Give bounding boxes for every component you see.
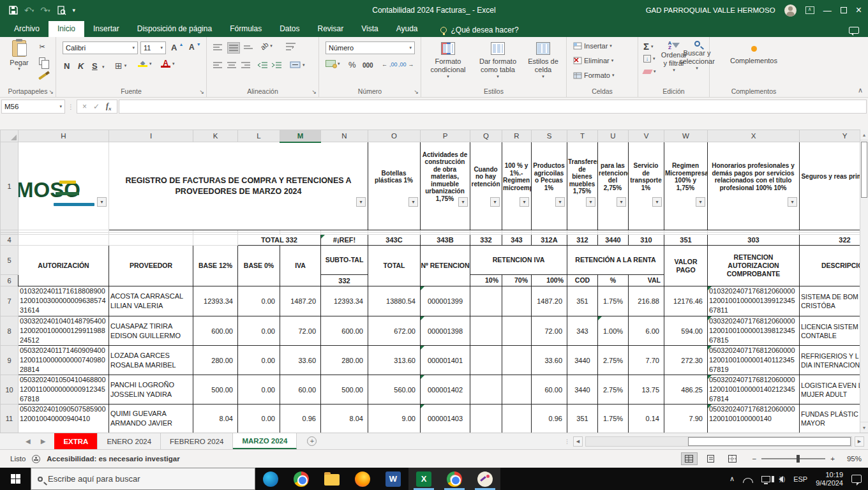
cell-S9[interactable]: 33.60 — [532, 346, 567, 375]
alignment-dialog-launcher[interactable]: ↘ — [311, 89, 317, 95]
row-header-4[interactable]: 4 — [1, 235, 19, 246]
cell-U11[interactable]: 1.75% — [598, 405, 629, 433]
scroll-right-icon[interactable]: ▶ — [855, 436, 864, 447]
row-header-1[interactable]: 1 — [1, 142, 19, 230]
cell-N10[interactable]: 500.00 — [321, 375, 368, 405]
cell-R1[interactable]: 100 % y 1%.- Regimen microempresa▾ — [502, 142, 532, 230]
paste-button[interactable]: Pegar ▾ — [5, 40, 33, 71]
scrollbar-divider[interactable]: ⋮ — [564, 438, 571, 445]
cell-O8[interactable]: 672.00 — [368, 316, 421, 346]
firefox-icon[interactable] — [347, 468, 378, 490]
filter-button-T[interactable]: ▾ — [586, 197, 595, 207]
row-header-11[interactable]: 11 — [1, 405, 19, 433]
cell-Q1[interactable]: Cuando no hay retención▾ — [470, 142, 502, 230]
column-header-H[interactable]: H — [19, 130, 109, 142]
normal-view-button[interactable] — [681, 452, 698, 465]
cell-X11[interactable]: 05032024071768120600001200100100000140 — [708, 405, 800, 433]
cell-O1[interactable]: Botellas plásticas 1%▾ — [368, 142, 421, 230]
cell-T9[interactable]: 3440 — [567, 346, 598, 375]
find-select-button[interactable]: Buscar y seleccionar ▾ — [685, 41, 708, 71]
orientation-button[interactable]: ab▾ — [260, 42, 273, 50]
percent-style-button[interactable]: % — [348, 60, 356, 70]
cell-L7[interactable]: 0.00 — [238, 286, 280, 316]
edge-icon[interactable] — [255, 468, 286, 490]
sheet-nav-left-icon[interactable]: ◀ — [26, 438, 31, 445]
cell-O7[interactable]: 13880.54 — [368, 286, 421, 316]
header-retencion-renta[interactable]: RETENCIÓN A LA RENTA — [567, 246, 664, 275]
align-middle-button[interactable] — [227, 42, 240, 54]
align-bottom-button[interactable] — [244, 43, 253, 51]
column-header-R[interactable]: R — [502, 130, 532, 142]
cell-R8[interactable] — [502, 316, 532, 346]
start-button[interactable] — [0, 468, 31, 490]
cell-I9[interactable]: LOZADA GARCES ROSALBA MARIBEL — [109, 346, 193, 375]
cell-L11[interactable]: 0.00 — [238, 405, 280, 433]
header-nretencion[interactable]: Nº RETENCION — [421, 246, 470, 286]
filter-button-X[interactable]: ▾ — [788, 197, 797, 207]
scroll-left-icon[interactable]: ◀ — [573, 436, 583, 447]
increase-indent-button[interactable] — [272, 61, 281, 69]
cell-Q11[interactable] — [470, 405, 502, 433]
delete-cells-button[interactable]: Eliminar▾ — [573, 57, 613, 64]
cell-O11[interactable]: 9.00 — [368, 405, 421, 433]
filter-button-Q[interactable]: ▾ — [490, 197, 500, 207]
horizontal-scrollbar[interactable] — [585, 436, 852, 447]
decrease-font-button[interactable]: A▼ — [189, 43, 201, 52]
format-cells-button[interactable]: Formato▾ — [573, 71, 614, 79]
onedrive-icon[interactable] — [743, 478, 753, 483]
align-left-button[interactable] — [213, 61, 222, 69]
cell-M8[interactable]: 72.00 — [280, 316, 321, 346]
column-header-O[interactable]: O — [368, 130, 421, 142]
select-all-corner[interactable] — [1, 130, 19, 142]
cell-W8[interactable]: 594.00 — [664, 316, 708, 346]
clear-button[interactable]: ▾ — [643, 69, 656, 74]
horizontal-scroll-thumb[interactable] — [688, 437, 851, 446]
cell-Y9[interactable]: REFRIGERIOS Y L EVENTO DIA INTERNACIONAL — [800, 346, 868, 375]
cell-total-332[interactable]: TOTAL 332 — [238, 235, 321, 246]
insert-function-icon[interactable]: fx — [106, 101, 112, 112]
account-name[interactable]: GAD PARROQUIAL VALLE HERMOSO — [646, 6, 775, 14]
cell-O10[interactable]: 560.00 — [368, 375, 421, 405]
cell-styles-button[interactable]: Estilos de celda ▾ — [523, 42, 563, 79]
cell-U7[interactable]: 1.75% — [598, 286, 629, 316]
network-icon[interactable] — [761, 476, 770, 482]
vertical-scroll-thumb[interactable] — [861, 142, 867, 198]
cell-Q10[interactable] — [470, 375, 502, 405]
font-size-select[interactable]: 11▾ — [140, 41, 166, 54]
ribbon-tab-archivo[interactable]: Archivo — [5, 21, 49, 37]
cell-R4[interactable]: 343 — [502, 235, 532, 246]
cell-Q4[interactable]: 332 — [470, 235, 502, 246]
cell-Q8[interactable] — [470, 316, 502, 346]
language-indicator[interactable]: ESP — [793, 475, 807, 483]
cell-W4[interactable]: 351 — [664, 235, 708, 246]
align-right-button[interactable] — [241, 61, 250, 69]
vertical-scrollbar[interactable]: ▲ ▼ — [860, 130, 868, 433]
row-header-10[interactable]: 10 — [1, 375, 19, 405]
cell-U4[interactable]: 3440 — [598, 235, 629, 246]
cell-Q9[interactable] — [470, 346, 502, 375]
align-center-button[interactable] — [227, 61, 236, 69]
header-autorizacion[interactable]: AUTORIZACIÓN — [19, 246, 109, 286]
new-sheet-button[interactable]: + — [307, 433, 317, 449]
zoom-in-button[interactable]: + — [830, 455, 835, 463]
cut-button[interactable]: ✂ — [36, 41, 49, 53]
header-iva10[interactable]: 10% — [470, 275, 502, 286]
number-format-select[interactable]: Número▾ — [326, 41, 415, 54]
wrap-text-button[interactable] — [286, 42, 296, 50]
cell-R9[interactable] — [502, 346, 532, 375]
conditional-formatting-button[interactable]: Formato condicional ▾ — [425, 42, 471, 79]
ribbon-tab-disposici-n-de-p-gina[interactable]: Disposición de página — [128, 21, 221, 37]
cell-H11[interactable]: 0503202401090507585900120010040000940410 — [19, 405, 109, 433]
clock[interactable]: 10:19 9/4/2024 — [816, 471, 843, 487]
column-header-Y[interactable]: Y — [800, 130, 868, 142]
cell-W1[interactable]: Regimen Microempresarial: 100% y 1,75%▾ — [664, 142, 708, 230]
bold-button[interactable]: N — [64, 61, 70, 71]
cell-W10[interactable]: 486.25 — [664, 375, 708, 405]
zoom-out-button[interactable]: − — [752, 455, 757, 463]
cell-H9[interactable]: 0503202401171460909400120011000000000074… — [19, 346, 109, 375]
comments-icon[interactable] — [849, 27, 859, 34]
cell-V4[interactable]: 310 — [629, 235, 664, 246]
ribbon-display-options-icon[interactable] — [805, 6, 814, 14]
copy-button[interactable] — [36, 55, 49, 67]
decrease-decimal-button[interactable]: ,00→ — [398, 61, 414, 68]
